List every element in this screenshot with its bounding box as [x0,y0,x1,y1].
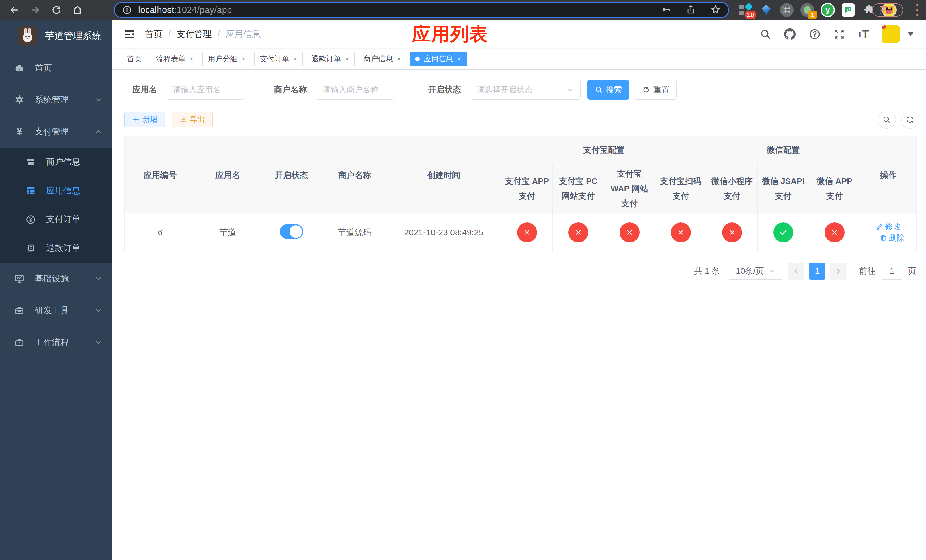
total-count: 共 1 条 [694,265,720,277]
sidebar-item-应用信息[interactable]: 应用信息 [0,176,112,205]
table-row: 6芋道芋道源码2021-10-23 08:49:25修改删除 [125,214,917,251]
extension-command-icon[interactable] [779,2,794,18]
cell-actions: 修改删除 [860,214,917,251]
sidebar-item-label: 首页 [35,62,52,74]
close-icon[interactable]: × [397,56,401,62]
active-dot [415,57,420,61]
close-icon[interactable]: × [457,56,461,62]
close-icon[interactable]: × [345,56,349,62]
edit-button[interactable]: 修改 [876,221,901,232]
group-header-支付宝配置: 支付宝配置 [501,136,707,163]
app-logo-icon [18,26,37,45]
sidebar-item-系统管理[interactable]: 系统管理 [0,84,112,116]
enabled-toggle[interactable] [280,224,303,239]
browser-home-icon[interactable] [71,4,84,16]
breadcrumb-pay[interactable]: 支付管理 [177,28,212,40]
sidebar-item-商户信息[interactable]: 商户信息 [0,148,112,176]
chevron-down-icon [95,339,102,346]
toggle-search-button[interactable] [878,110,896,129]
goto-label: 前往 [859,265,876,277]
browser-forward-icon[interactable] [29,4,42,16]
sidebar-item-工作流程[interactable]: 工作流程 [0,327,112,358]
status-enabled-icon [773,222,793,242]
app-logo-row[interactable]: 芋道管理系统 [0,20,112,52]
sidebar-menu: 首页系统管理¥支付管理商户信息应用信息支付订单退款订单基础设施研发工具工作流程 [0,52,112,358]
search-button[interactable]: 搜索 [587,80,629,100]
applications-table: 应用编号应用名开启状态商户名称创建时间支付宝配置微信配置操作支付宝 APP 支付… [124,136,917,251]
page-size-select[interactable]: 10条/页 [728,263,783,280]
extension-chat-icon[interactable] [841,2,856,18]
tab-支付订单[interactable]: 支付订单× [254,51,303,67]
cell-created-at: 2021-10-23 08:49:25 [386,214,501,251]
cell-app-name: 芋道 [196,214,260,251]
close-icon[interactable]: × [242,56,245,62]
chevron-down-icon [566,86,573,94]
tab-流程表单[interactable]: 流程表单× [151,51,199,67]
tab-退款订单[interactable]: 退款订单× [306,51,354,67]
column-header-支付宝 APP 支付: 支付宝 APP 支付 [501,163,553,214]
tab-应用信息[interactable]: 应用信息× [410,51,467,67]
page-number-active[interactable]: 1 [809,263,826,280]
extension-recorder-icon[interactable]: 1 [800,2,815,18]
font-size-icon[interactable]: TT [858,28,869,41]
sidebar-fold-icon[interactable] [112,28,135,40]
tab-首页[interactable]: 首页 [122,51,147,67]
password-key-icon[interactable] [661,4,671,16]
browser-reload-icon[interactable] [50,4,63,16]
header-search-icon[interactable] [760,29,771,40]
next-page-button[interactable] [830,263,847,280]
yen-circle-icon [25,215,36,225]
extension-badge: 10 [746,11,756,19]
tab-用户分组[interactable]: 用户分组× [203,51,251,67]
merchant-name-input[interactable] [316,80,394,100]
top-navbar: 首页 / 支付管理 / 应用信息 TT [112,20,926,48]
site-info-icon[interactable] [122,5,132,15]
status-disabled-icon [722,222,742,242]
sidebar-item-研发工具[interactable]: 研发工具 [0,295,112,327]
bookmark-star-icon[interactable] [710,4,721,16]
share-icon[interactable] [686,5,696,15]
sidebar-item-基础设施[interactable]: 基础设施 [0,263,112,295]
fullscreen-icon[interactable] [833,28,845,40]
sidebar-item-退款订单[interactable]: 退款订单 [0,234,112,263]
sidebar-item-首页[interactable]: 首页 [0,52,112,84]
tab-label: 商户信息 [363,54,393,64]
address-bar[interactable]: localhost:1024/pay/app [114,2,729,18]
browser-menu-icon[interactable] [915,4,919,16]
sidebar-item-label: 支付管理 [35,126,69,138]
breadcrumb: 首页 / 支付管理 / 应用信息 [145,28,261,40]
tab-商户信息[interactable]: 商户信息× [358,51,406,67]
close-icon[interactable]: × [293,56,297,62]
delete-button[interactable]: 删除 [879,232,905,243]
status-select[interactable]: 请选择开启状态 [469,80,581,100]
cell-enabled [260,214,323,251]
breadcrumb-home[interactable]: 首页 [145,28,163,40]
user-avatar[interactable] [882,25,900,43]
github-icon[interactable] [784,28,796,41]
avatar-caret-icon[interactable] [908,32,914,36]
column-header-应用编号: 应用编号 [125,136,196,214]
column-header-商户名称: 商户名称 [323,136,386,214]
tab-label: 首页 [127,54,142,64]
refresh-button[interactable] [901,110,919,129]
close-icon[interactable]: × [190,56,194,62]
reset-button[interactable]: 重置 [635,80,676,100]
sidebar-item-label: 工作流程 [35,337,69,348]
extension-gem-icon[interactable] [758,2,774,18]
extension-yuque-icon[interactable]: y [820,2,835,18]
browser-update-button[interactable]: 更新 [872,3,903,17]
add-button[interactable]: 新增 [124,112,165,127]
sidebar-item-支付管理[interactable]: ¥支付管理 [0,116,112,148]
column-header-支付宝 PC 网站支付: 支付宝 PC 网站支付 [553,163,604,214]
export-button[interactable]: 导出 [172,112,213,127]
column-header-支付宝扫码支付: 支付宝扫码支付 [655,163,707,214]
sidebar-submenu: 商户信息应用信息支付订单退款订单 [0,148,112,263]
sidebar-item-支付订单[interactable]: 支付订单 [0,205,112,234]
browser-back-icon[interactable] [8,4,21,16]
goto-page-input[interactable]: 1 [881,263,903,280]
app-name-input[interactable] [166,80,244,100]
chevron-up-icon [95,128,102,135]
prev-page-button[interactable] [788,263,804,280]
extension-grid-icon[interactable]: 10 [738,2,754,18]
help-icon[interactable] [809,28,821,40]
